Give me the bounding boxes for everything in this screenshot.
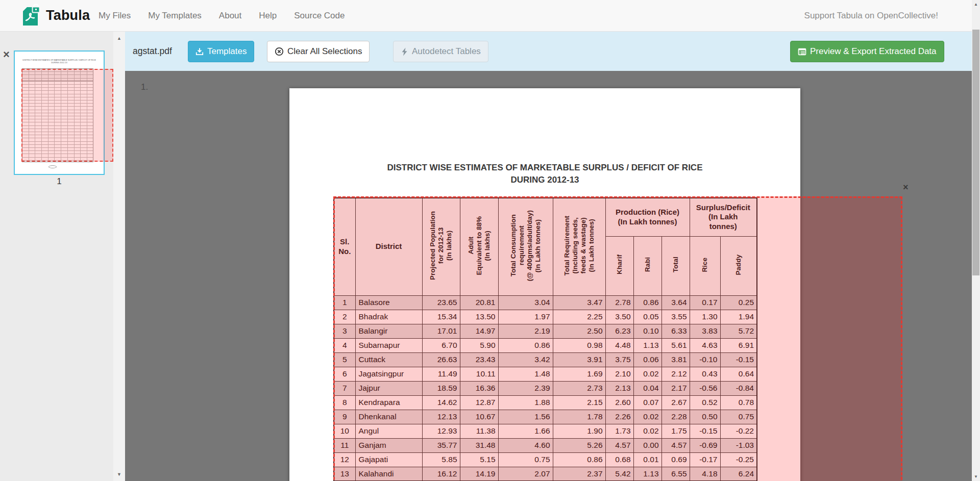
templates-button[interactable]: Templates: [188, 41, 254, 62]
clear-button-label: Clear All Selections: [287, 46, 362, 57]
nav-item-my-files[interactable]: My Files: [90, 0, 139, 32]
page-marker: 1.: [141, 82, 148, 92]
nav-links: My Files My Templates About Help Source …: [90, 0, 353, 32]
table-selection-overlay[interactable]: [333, 196, 902, 481]
scrollbar-thumb[interactable]: [972, 30, 979, 275]
save-template-icon: [195, 47, 204, 56]
support-link[interactable]: Support Tabula on OpenCollective!: [804, 0, 938, 32]
brand-home-link[interactable]: Tabula: [19, 4, 90, 28]
navbar: Tabula My Files My Templates About Help …: [0, 0, 980, 32]
nav-item-my-templates[interactable]: My Templates: [139, 0, 210, 32]
pdf-table-title-line1: DISTRICT WISE ESTIMATES OF MARKETABLE SU…: [289, 163, 800, 173]
tabula-logo-icon: [19, 4, 41, 28]
brand-title: Tabula: [46, 8, 90, 23]
lightning-bolt-icon: [401, 47, 408, 56]
scrollbar-up-icon[interactable]: ▲: [972, 2, 980, 7]
nav-item-help[interactable]: Help: [250, 0, 285, 32]
nav-item-about[interactable]: About: [210, 0, 250, 32]
selection-close-icon[interactable]: ×: [903, 183, 909, 192]
current-filename: agstat.pdf: [133, 32, 172, 71]
sidebar-scroll-down-icon[interactable]: ▼: [113, 472, 125, 477]
preview-export-button[interactable]: Preview & Export Extracted Data: [790, 41, 944, 62]
nav-item-source-code[interactable]: Source Code: [285, 0, 353, 32]
circle-x-icon: [275, 47, 284, 56]
thumbnail-footer-mark: [48, 165, 57, 168]
list-alt-icon: [798, 47, 806, 56]
autodetect-tables-button: Autodetect Tables: [393, 41, 488, 62]
window-scrollbar: ▲ ▼: [972, 0, 980, 481]
export-button-label: Preview & Export Extracted Data: [810, 46, 937, 57]
pdf-viewer-area: 1. DISTRICT WISE ESTIMATES OF MARKETABLE…: [125, 71, 972, 481]
sidebar-scrollbar: ▲ ▼: [113, 32, 125, 481]
remove-page-icon[interactable]: ×: [3, 49, 10, 60]
thumbnail-title-line2: DURING 2012-13: [19, 61, 100, 64]
thumbnail-selection-overlay: [21, 69, 113, 162]
scrollbar-down-icon[interactable]: ▼: [972, 474, 980, 479]
sidebar-scroll-up-icon[interactable]: ▲: [113, 36, 125, 41]
templates-button-label: Templates: [207, 46, 247, 57]
clear-all-selections-button[interactable]: Clear All Selections: [267, 41, 370, 62]
toolbar: agstat.pdf Templates Clear All Selection…: [125, 32, 972, 71]
autodetect-button-label: Autodetect Tables: [412, 46, 481, 57]
thumbnail-page-number: 1: [14, 176, 105, 187]
thumbnail-sidebar: × DISTRICT WISE ESTIMATES OF MARKETABLE …: [0, 32, 113, 481]
pdf-table-title-line2: DURING 2012-13: [289, 175, 800, 185]
